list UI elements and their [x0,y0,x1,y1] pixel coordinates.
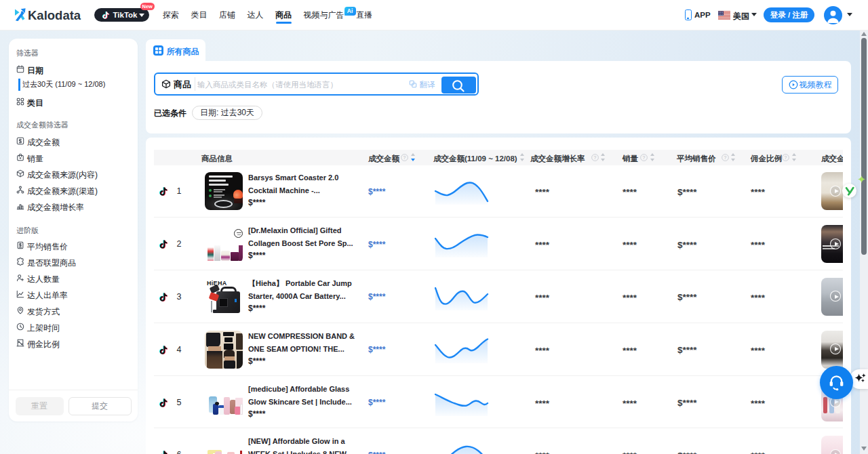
svg-text:?: ? [594,155,597,160]
svg-text:?: ? [403,155,406,160]
svg-text:?: ? [643,155,646,160]
svg-text:?: ? [785,155,787,160]
svg-text:?: ? [724,155,727,160]
